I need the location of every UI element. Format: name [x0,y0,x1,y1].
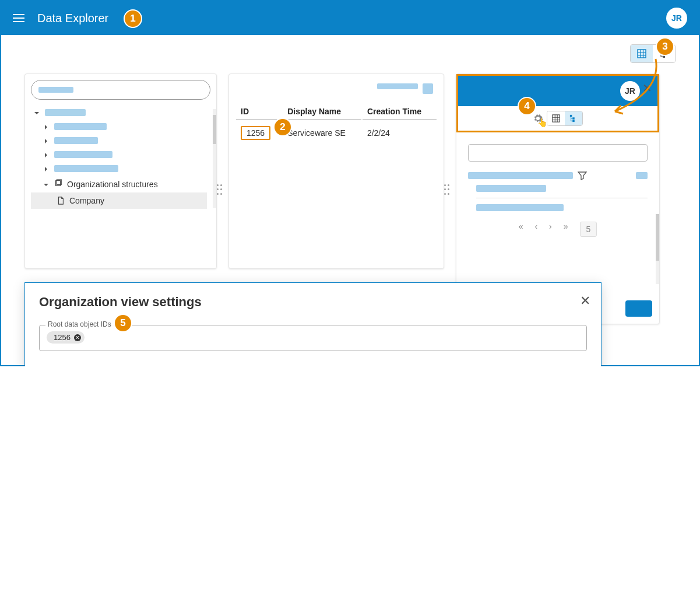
callout-5: 5 [114,314,132,332]
user-avatar[interactable]: JR [666,8,687,29]
org-view-settings-dialog: ✕ Organization view settings Root data o… [24,282,601,366]
sub-table-view-button[interactable] [547,111,565,125]
svg-rect-17 [572,120,575,122]
left-search-input[interactable] [31,80,210,100]
chip-remove-icon[interactable]: ✕ [74,334,81,341]
chevron-right-icon [43,137,50,144]
tree-row[interactable] [31,106,207,120]
root-id-chip[interactable]: 1256 ✕ [47,331,85,344]
right-search-input[interactable] [468,144,648,162]
data-table: ID Display Name Creation Time 1256 Servi… [235,102,438,146]
col-creation-time: Creation Time [363,103,437,120]
left-tree-panel: Organizational structures Company [24,73,217,269]
right-blur-row [468,172,573,179]
chevron-down-icon [43,181,50,188]
filter-icon[interactable] [578,171,587,180]
chevron-right-icon [43,165,50,172]
row-display-name: Serviceware SE [283,121,361,145]
settings-gear-icon[interactable]: 👆 [533,113,543,124]
mid-header-blur [423,83,433,94]
tree-row[interactable] [31,120,207,134]
right-blur-row [476,185,546,192]
tree-label-blur [54,151,112,158]
col-display-name: Display Name [283,103,361,120]
app-header: Data Explorer JR [1,1,699,35]
pager-next[interactable]: › [549,222,552,237]
right-primary-action[interactable] [625,300,652,317]
svg-rect-16 [572,117,575,120]
tree-row[interactable] [31,162,207,176]
col-id: ID [236,103,282,120]
right-blur-row [476,204,564,211]
tree-row[interactable] [31,134,207,148]
dialog-title: Organization view settings [39,295,587,310]
scrollbar[interactable] [213,109,216,208]
tree-row-company[interactable]: Company [31,192,207,209]
tree-label-blur [54,165,118,172]
scrollbar[interactable] [656,214,659,284]
callout-4: 4 [518,97,536,115]
callout-arrow [606,56,664,122]
pager-last[interactable]: » [564,222,568,237]
mid-header-blur [377,83,418,89]
callout-1: 1 [124,9,142,28]
drag-handle-icon[interactable] [444,184,451,196]
tree-label-blur [54,137,98,144]
drag-handle-icon[interactable] [217,184,224,196]
svg-rect-10 [553,115,560,122]
chevron-right-icon [43,151,50,158]
chevron-down-icon [33,109,40,116]
callout-2: 2 [273,118,292,136]
toolbar-row [1,35,699,63]
row-id-value: 1256 [241,126,270,140]
tree-label-blur [54,123,107,130]
table-row[interactable]: 1256 Serviceware SE 2/2/24 [236,121,437,145]
pager-page[interactable]: 5 [580,222,597,237]
callout-3: 3 [656,37,674,56]
cursor-pointer-icon: 👆 [537,118,547,127]
row-creation-time: 2/2/24 [363,121,437,145]
dialog-close-button[interactable]: ✕ [580,293,590,309]
stack-icon [54,179,62,189]
app-title: Data Explorer [37,12,108,25]
sub-view-toggle [547,111,583,126]
object-definition-heading: Object definition settings [39,365,587,366]
chevron-right-icon [43,123,50,130]
file-icon [57,197,65,205]
tree-label: Company [69,196,104,205]
hamburger-menu-icon[interactable] [13,11,27,25]
middle-table-panel: ID Display Name Creation Time 1256 Servi… [228,73,444,269]
svg-rect-15 [570,115,572,117]
tree-row-org-structures[interactable]: Organizational structures [31,176,207,192]
tree-row[interactable] [31,148,207,162]
pager-first[interactable]: « [519,222,523,237]
pager: « ‹ › » 5 [468,213,648,245]
tree-label: Organizational structures [67,180,158,189]
tree-label-blur [45,109,86,116]
sub-tree-view-button[interactable] [565,111,582,125]
root-ids-legend: Root data object IDs [45,320,114,328]
chip-value: 1256 [54,333,71,342]
right-blur-row [636,172,648,179]
pager-prev[interactable]: ‹ [534,222,537,237]
